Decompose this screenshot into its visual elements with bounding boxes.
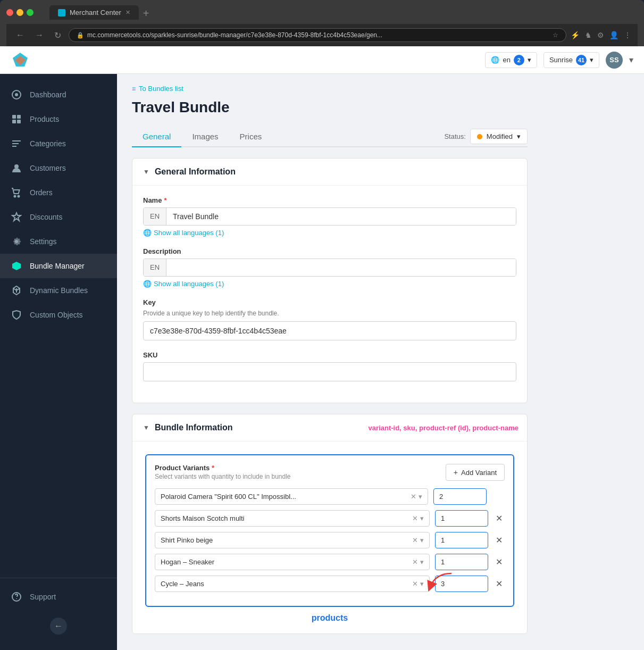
svg-marker-14 <box>12 213 21 221</box>
refresh-button[interactable]: ↻ <box>51 29 64 41</box>
sidebar-item-products[interactable]: Products <box>0 107 117 131</box>
svg-rect-5 <box>17 115 21 119</box>
variant-chevron-icon-3[interactable]: ▾ <box>420 558 424 566</box>
status-dropdown[interactable]: Modified ▾ <box>470 129 528 144</box>
store-name: Sunrise <box>549 56 573 64</box>
variant-clear-icon-1[interactable]: ✕ <box>412 514 418 522</box>
variant-clear-icon-4[interactable]: ✕ <box>412 580 418 588</box>
user-avatar[interactable]: SS <box>606 52 623 69</box>
variant-select-4[interactable]: Cycle – Jeans ✕ ▾ <box>155 576 430 592</box>
variant-select-0[interactable]: Polaroid Camera "Spirit 600 CL" Impossib… <box>155 488 428 505</box>
svg-point-13 <box>18 196 20 197</box>
status-chevron-icon: ▾ <box>517 132 521 140</box>
key-label: Key <box>143 298 156 306</box>
sidebar-item-settings[interactable]: Settings <box>0 229 117 254</box>
sidebar-collapse-button[interactable]: ← <box>50 618 67 635</box>
traffic-light-yellow[interactable] <box>16 9 23 16</box>
customers-icon <box>11 162 22 174</box>
variant-row: Hogan – Sneaker ✕ ▾ ✕ <box>155 554 505 570</box>
settings-icon <box>11 236 22 247</box>
variant-select-3[interactable]: Hogan – Sneaker ✕ ▾ <box>155 554 430 570</box>
svg-rect-6 <box>12 120 16 123</box>
delete-variant-button-2[interactable]: ✕ <box>494 533 505 547</box>
add-variant-label: Add Variant <box>461 469 497 477</box>
variant-clear-icon-3[interactable]: ✕ <box>412 558 418 566</box>
tab-prices[interactable]: Prices <box>229 127 273 147</box>
sku-input[interactable] <box>143 362 516 381</box>
delete-variant-button-3[interactable]: ✕ <box>494 555 505 569</box>
sidebar-item-dashboard[interactable]: Dashboard <box>0 82 117 107</box>
lock-icon: 🔒 <box>77 32 84 39</box>
breadcrumb[interactable]: ≡ To Bundles list <box>132 85 528 93</box>
quantity-input-0[interactable] <box>433 488 487 505</box>
variant-chevron-icon-0[interactable]: ▾ <box>419 493 422 501</box>
variant-select-2[interactable]: Shirt Pinko beige ✕ ▾ <box>155 532 430 548</box>
delete-variant-button-4[interactable]: ✕ <box>494 577 505 591</box>
name-input[interactable] <box>166 208 516 225</box>
svg-point-3 <box>15 93 18 96</box>
desc-input[interactable] <box>166 259 516 276</box>
sidebar-item-orders[interactable]: Orders <box>0 180 117 205</box>
sidebar-item-discounts[interactable]: Discounts <box>0 205 117 229</box>
url-text: mc.commercetools.co/sparkles-sunrise/bun… <box>87 31 382 39</box>
address-bar[interactable]: 🔒 mc.commercetools.co/sparkles-sunrise/b… <box>69 28 566 42</box>
language-selector[interactable]: 🌐 en 2 ▾ <box>485 52 537 68</box>
sidebar-label-customers: Customers <box>30 164 66 172</box>
variant-name-1: Shorts Maison Scotch multi <box>161 514 412 522</box>
sidebar-label-discounts: Discounts <box>30 213 62 221</box>
new-tab-button[interactable]: + <box>143 7 149 20</box>
tab-general[interactable]: General <box>132 127 181 147</box>
add-variant-button[interactable]: + Add Variant <box>446 464 505 481</box>
variant-chevron-icon-2[interactable]: ▾ <box>420 536 424 544</box>
quantity-input-2[interactable] <box>435 532 488 548</box>
variant-clear-icon-2[interactable]: ✕ <box>412 536 418 544</box>
sidebar-item-support[interactable]: Support <box>0 585 117 609</box>
products-annotation: products <box>143 613 516 623</box>
user-profile-icon[interactable]: 👤 <box>609 31 618 39</box>
traffic-light-green[interactable] <box>27 9 34 16</box>
svg-rect-4 <box>12 115 16 119</box>
menu-icon[interactable]: ⋮ <box>624 31 631 39</box>
key-input[interactable] <box>143 321 516 340</box>
arrow-annotation-svg <box>425 571 457 592</box>
variant-clear-icon-0[interactable]: ✕ <box>411 493 416 501</box>
sidebar-item-bundle-manager[interactable]: Bundle Manager <box>0 254 117 278</box>
sidebar-item-custom-objects[interactable]: Custom Objects <box>0 303 117 327</box>
bookmark-icon[interactable]: ☆ <box>553 31 558 39</box>
quantity-input-3[interactable] <box>435 554 488 570</box>
sidebar: Dashboard Products Categories <box>0 74 117 650</box>
sidebar-item-dynamic-bundles[interactable]: Dynamic Bundles <box>0 278 117 303</box>
store-badge: 41 <box>576 55 587 65</box>
sidebar-item-customers[interactable]: Customers <box>0 156 117 180</box>
categories-icon <box>11 138 22 149</box>
tab-close-button[interactable]: ✕ <box>126 9 130 16</box>
globe-small-icon: 🌐 <box>143 229 152 237</box>
delete-variant-button-1[interactable]: ✕ <box>494 511 505 526</box>
sidebar-item-categories[interactable]: Categories <box>0 131 117 156</box>
variant-select-1[interactable]: Shorts Maison Scotch multi ✕ ▾ <box>155 510 430 527</box>
browser-tab[interactable]: Merchant Center ✕ <box>49 5 139 20</box>
general-info-header[interactable]: ▼ General Information <box>132 159 527 186</box>
lang-text: en <box>503 56 510 64</box>
globe-icon: 🌐 <box>491 56 499 64</box>
variant-chevron-icon-4[interactable]: ▾ <box>420 580 424 588</box>
svg-point-12 <box>14 196 16 197</box>
name-show-languages[interactable]: 🌐 Show all languages (1) <box>143 229 516 237</box>
extension-icon-1[interactable]: ⚡ <box>571 31 580 39</box>
extension-icon-2[interactable]: ♞ <box>585 31 592 39</box>
variant-chevron-icon-1[interactable]: ▾ <box>420 514 424 522</box>
forward-button[interactable]: → <box>32 29 47 41</box>
extension-icon-3[interactable]: ⚙ <box>597 31 604 39</box>
tab-images[interactable]: Images <box>181 127 229 147</box>
back-button[interactable]: ← <box>13 29 28 41</box>
traffic-light-red[interactable] <box>6 9 13 16</box>
key-field-group: Key Provide a unique key to help identif… <box>143 298 516 340</box>
user-chevron-icon[interactable]: ▾ <box>629 55 633 65</box>
bundle-info-header[interactable]: ▼ Bundle Information variant-id, sku, pr… <box>132 414 527 441</box>
page-tabs: General Images Prices Status: Modified ▾ <box>132 127 528 147</box>
desc-show-languages[interactable]: 🌐 Show all languages (1) <box>143 280 516 288</box>
svg-rect-7 <box>17 120 21 123</box>
store-selector[interactable]: Sunrise 41 ▾ <box>543 52 599 68</box>
quantity-input-1[interactable] <box>435 510 488 527</box>
name-lang-tag: EN <box>144 208 166 225</box>
